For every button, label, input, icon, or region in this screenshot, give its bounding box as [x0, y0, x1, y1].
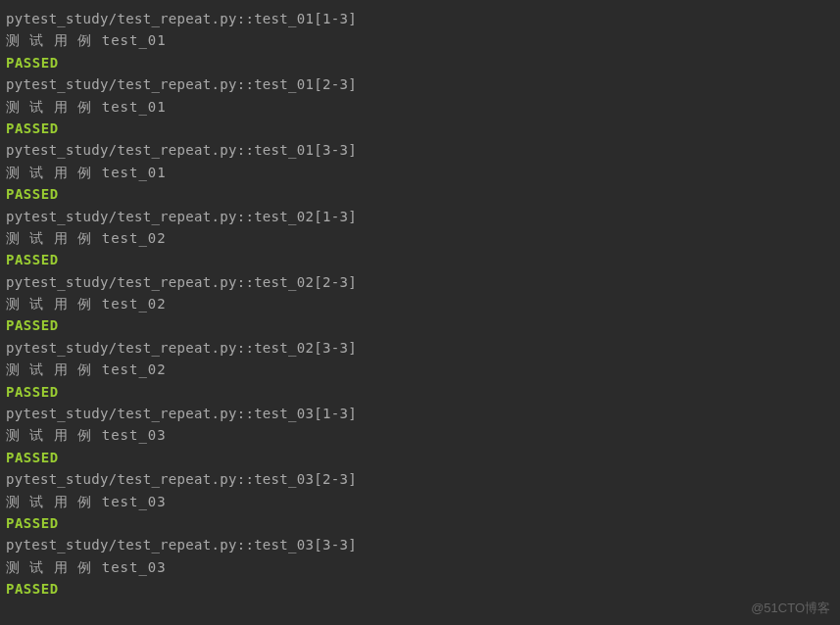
test-status-line: PASSED: [6, 314, 834, 336]
test-status-line: PASSED: [6, 52, 834, 73]
test-status-line: PASSED: [6, 183, 834, 205]
test-path-line: pytest_study/test_repeat.py::test_02[2-3…: [6, 271, 834, 293]
test-path-line: pytest_study/test_repeat.py::test_03[1-3…: [6, 403, 834, 424]
test-path-line: pytest_study/test_repeat.py::test_03[2-3…: [6, 468, 834, 490]
terminal-output: pytest_study/test_repeat.py::test_01[1-3…: [6, 8, 834, 601]
test-output-line: 测 试 用 例 test_03: [6, 424, 834, 446]
test-status-line: PASSED: [6, 447, 834, 468]
test-path-line: pytest_study/test_repeat.py::test_01[3-3…: [6, 139, 834, 161]
test-status-line: PASSED: [6, 118, 834, 139]
test-path-line: pytest_study/test_repeat.py::test_01[1-3…: [6, 8, 834, 29]
test-output-line: 测 试 用 例 test_01: [6, 96, 834, 118]
test-output-line: 测 试 用 例 test_03: [6, 556, 834, 578]
test-output-line: 测 试 用 例 test_02: [6, 293, 834, 314]
test-status-line: PASSED: [6, 381, 834, 403]
test-path-line: pytest_study/test_repeat.py::test_01[2-3…: [6, 73, 834, 95]
test-output-line: 测 试 用 例 test_01: [6, 29, 834, 51]
test-status-line: PASSED: [6, 512, 834, 534]
test-output-line: 测 试 用 例 test_02: [6, 227, 834, 249]
test-path-line: pytest_study/test_repeat.py::test_03[3-3…: [6, 534, 834, 555]
test-output-line: 测 试 用 例 test_02: [6, 359, 834, 380]
test-status-line: PASSED: [6, 578, 834, 600]
test-path-line: pytest_study/test_repeat.py::test_02[1-3…: [6, 206, 834, 227]
watermark-text: @51CTO博客: [751, 599, 830, 619]
test-path-line: pytest_study/test_repeat.py::test_02[3-3…: [6, 337, 834, 359]
test-status-line: PASSED: [6, 249, 834, 270]
test-output-line: 测 试 用 例 test_01: [6, 162, 834, 183]
test-output-line: 测 试 用 例 test_03: [6, 491, 834, 512]
